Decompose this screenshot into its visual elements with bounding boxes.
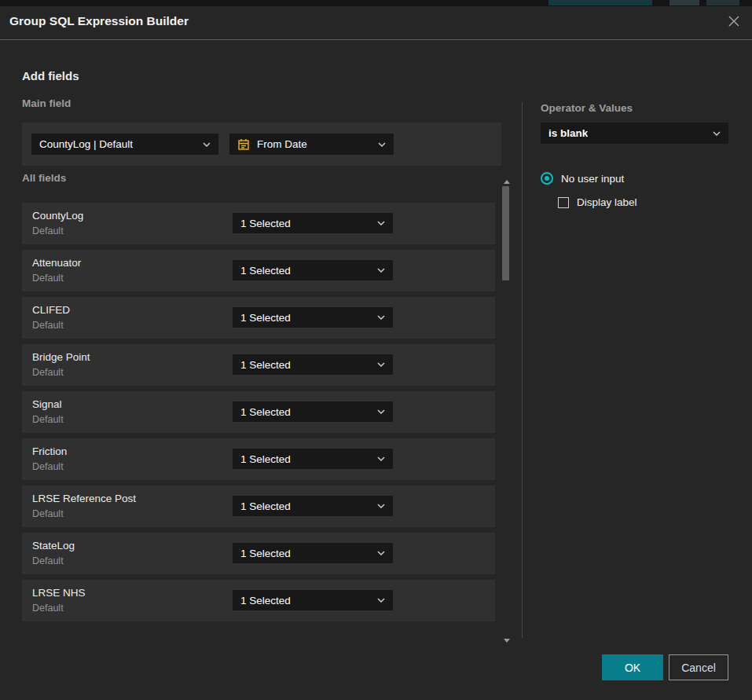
display-label-label: Display label xyxy=(577,196,637,208)
field-row: StateLog Default 1 Selected xyxy=(22,533,495,574)
all-fields-label: All fields xyxy=(22,172,66,184)
operator-dropdown[interactable]: is blank xyxy=(541,123,728,144)
chevron-down-icon xyxy=(377,598,385,603)
no-user-input-radio[interactable] xyxy=(541,172,553,185)
field-selection-dropdown[interactable]: 1 Selected xyxy=(233,401,393,422)
field-name: CountyLog xyxy=(32,210,83,222)
field-subtitle: Default xyxy=(32,461,64,472)
field-subtitle: Default xyxy=(32,414,64,425)
no-user-input-option: No user input xyxy=(541,172,624,185)
ok-button[interactable]: OK xyxy=(602,654,663,680)
field-row: LRSE Reference Post Default 1 Selected xyxy=(22,486,495,527)
add-fields-heading: Add fields xyxy=(22,69,79,82)
field-row: Signal Default 1 Selected xyxy=(22,391,495,433)
background-icon-fragment xyxy=(669,0,699,5)
field-name: LRSE Reference Post xyxy=(32,493,136,504)
main-field-dropdown[interactable]: From Date xyxy=(229,134,394,155)
field-selection-dropdown[interactable]: 1 Selected xyxy=(233,496,393,516)
field-row: Bridge Point Default 1 Selected xyxy=(22,344,495,386)
field-selection-dropdown[interactable]: 1 Selected xyxy=(233,354,393,375)
no-user-input-label: No user input xyxy=(561,173,624,185)
field-selection-value: 1 Selected xyxy=(240,265,291,277)
field-subtitle: Default xyxy=(32,225,64,236)
chevron-down-icon xyxy=(377,268,385,273)
background-icon-fragment xyxy=(706,0,739,5)
field-selection-dropdown[interactable]: 1 Selected xyxy=(233,260,393,280)
field-row: CountyLog Default 1 Selected xyxy=(22,203,495,244)
cancel-button[interactable]: Cancel xyxy=(669,654,728,680)
layer-dropdown[interactable]: CountyLog | Default xyxy=(31,134,218,155)
scroll-up-arrow-icon[interactable] xyxy=(504,180,510,184)
field-subtitle: Default xyxy=(32,367,64,378)
main-field-label: Main field xyxy=(22,97,71,109)
field-selection-value: 1 Selected xyxy=(240,548,291,559)
field-name: Attenuator xyxy=(32,257,81,269)
field-name: StateLog xyxy=(32,540,75,552)
field-selection-dropdown[interactable]: 1 Selected xyxy=(233,543,393,563)
operator-dropdown-value: is blank xyxy=(548,127,588,139)
scroll-down-arrow-icon[interactable] xyxy=(504,639,510,643)
field-subtitle: Default xyxy=(32,555,64,566)
close-icon xyxy=(727,14,741,28)
field-selection-value: 1 Selected xyxy=(240,500,291,512)
field-selection-dropdown[interactable]: 1 Selected xyxy=(233,449,393,469)
field-name: CLIFED xyxy=(32,304,70,316)
field-subtitle: Default xyxy=(32,603,64,614)
dialog-title: Group SQL Expression Builder xyxy=(9,14,189,28)
chevron-down-icon xyxy=(377,551,385,555)
field-subtitle: Default xyxy=(32,273,64,284)
chevron-down-icon xyxy=(203,142,211,147)
field-selection-value: 1 Selected xyxy=(240,595,291,607)
operator-values-heading: Operator & Values xyxy=(541,102,633,114)
field-selection-value: 1 Selected xyxy=(240,453,291,465)
field-selection-value: 1 Selected xyxy=(240,359,291,371)
background-toolbar-fragment xyxy=(548,0,652,5)
all-fields-list: CountyLog Default 1 Selected Attenuator … xyxy=(22,203,495,627)
field-name: Friction xyxy=(32,445,67,457)
field-subtitle: Default xyxy=(32,320,64,331)
chevron-down-icon xyxy=(377,504,385,508)
field-selection-dropdown[interactable]: 1 Selected xyxy=(233,307,393,328)
field-row: Attenuator Default 1 Selected xyxy=(22,250,495,291)
background-app-strip xyxy=(0,0,752,6)
chevron-down-icon xyxy=(377,409,385,414)
field-selection-dropdown[interactable]: 1 Selected xyxy=(233,213,393,233)
field-selection-value: 1 Selected xyxy=(240,406,291,418)
close-button[interactable] xyxy=(726,14,742,30)
field-row: CLIFED Default 1 Selected xyxy=(22,297,495,339)
field-selection-dropdown[interactable]: 1 Selected xyxy=(233,590,393,610)
field-selection-value: 1 Selected xyxy=(240,312,291,324)
field-subtitle: Default xyxy=(32,508,64,519)
field-name: Signal xyxy=(32,398,62,410)
calendar-date-icon xyxy=(237,138,250,151)
chevron-down-icon xyxy=(377,362,385,367)
field-name: Bridge Point xyxy=(32,351,90,363)
list-scrollbar[interactable] xyxy=(501,178,512,644)
main-field-dropdown-value: From Date xyxy=(257,138,307,150)
display-label-checkbox[interactable] xyxy=(558,197,569,208)
field-row: LRSE NHS Default 1 Selected xyxy=(22,580,495,621)
scrollbar-thumb[interactable] xyxy=(502,186,509,280)
field-row: Friction Default 1 Selected xyxy=(22,438,495,480)
vertical-divider xyxy=(522,102,523,638)
chevron-down-icon xyxy=(377,456,385,461)
field-name: LRSE NHS xyxy=(32,587,86,599)
layer-dropdown-value: CountyLog | Default xyxy=(39,138,133,150)
field-selection-value: 1 Selected xyxy=(240,218,291,229)
chevron-down-icon xyxy=(377,315,385,320)
chevron-down-icon xyxy=(378,142,386,147)
display-label-option: Display label xyxy=(558,196,637,208)
chevron-down-icon xyxy=(377,221,385,225)
chevron-down-icon xyxy=(713,131,721,136)
main-field-panel: CountyLog | Default From Date xyxy=(22,123,501,166)
